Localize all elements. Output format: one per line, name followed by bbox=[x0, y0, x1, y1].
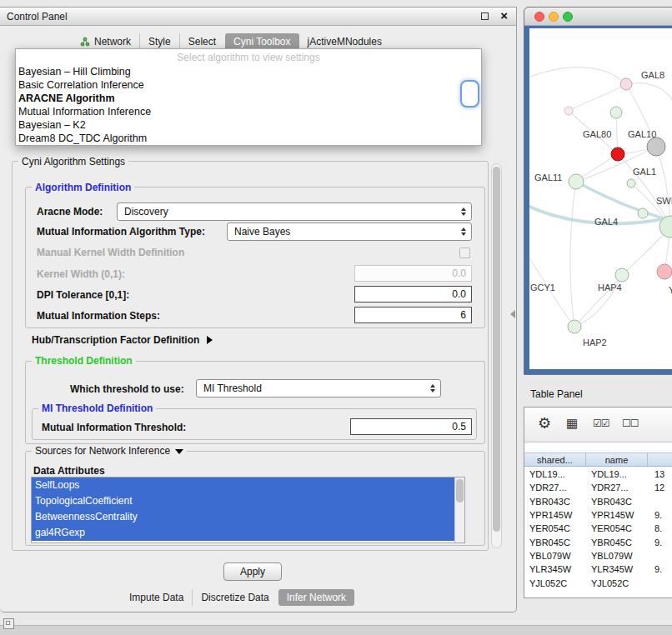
column-header-clipped[interactable] bbox=[648, 453, 672, 466]
table-row[interactable]: YBL079W YBL079W bbox=[524, 549, 672, 562]
columns-icon[interactable]: ▦ bbox=[566, 416, 578, 431]
network-node-gal1[interactable] bbox=[627, 179, 635, 188]
hub-definition-toggle[interactable]: Hub/Transcription Factor Definition bbox=[32, 334, 213, 346]
mi-threshold-field[interactable]: 0.5 bbox=[350, 418, 472, 435]
close-icon[interactable]: × bbox=[500, 8, 508, 22]
tab-impute-data[interactable]: Impute Data bbox=[121, 589, 192, 606]
dropdown-item-basic-correlation[interactable]: Basic Correlation Inference bbox=[16, 78, 481, 92]
network-node-pink[interactable] bbox=[657, 264, 672, 279]
sources-title-text: Sources for Network Inference bbox=[35, 445, 170, 457]
table-cell: YDL19... bbox=[524, 469, 586, 479]
which-threshold-label: Which threshold to use: bbox=[70, 383, 184, 395]
network-node[interactable] bbox=[638, 208, 648, 218]
threshold-definition-title: Threshold Definition bbox=[32, 355, 136, 367]
dropdown-item-bayesian-hill-climbing[interactable]: Bayesian – Hill Climbing bbox=[16, 65, 481, 78]
data-attributes-list[interactable]: SelfLoops TopologicalCoefficient Between… bbox=[31, 477, 465, 543]
table-cell: YBL079W bbox=[586, 551, 648, 561]
minimize-traffic-light-icon[interactable] bbox=[549, 12, 559, 22]
attribute-list-scrollbar-thumb[interactable] bbox=[456, 479, 464, 502]
float-window-icon[interactable] bbox=[481, 12, 489, 20]
tab-network[interactable]: Network bbox=[72, 33, 139, 50]
table-panel-title: Table Panel bbox=[530, 388, 583, 400]
panel-splitter-handle[interactable] bbox=[510, 310, 515, 318]
table-row[interactable]: YER054C YER054C 8. bbox=[524, 522, 672, 535]
mi-steps-field[interactable]: 6 bbox=[354, 307, 472, 323]
settings-scrollbar-thumb[interactable] bbox=[493, 167, 500, 532]
which-threshold-select[interactable]: MI Threshold bbox=[196, 379, 441, 398]
network-node-hap2[interactable] bbox=[568, 320, 581, 333]
dropdown-placeholder: Select algorithm to view settings bbox=[16, 51, 481, 65]
close-traffic-light-icon[interactable] bbox=[534, 12, 544, 22]
mi-threshold-group-title: MI Threshold Definition bbox=[38, 402, 156, 414]
tab-jactivemnodules[interactable]: jActiveMNodules bbox=[299, 33, 390, 50]
table-cell: YER054C bbox=[524, 523, 586, 533]
tab-infer-network[interactable]: Infer Network bbox=[278, 589, 354, 606]
node-label: GAL80 bbox=[583, 129, 611, 139]
table-cell: YBR043C bbox=[524, 497, 586, 507]
table-cell: 9. bbox=[648, 564, 672, 574]
table-cell: YDR27... bbox=[524, 482, 586, 492]
column-header-shared-name[interactable]: shared... bbox=[524, 453, 586, 466]
network-node[interactable] bbox=[620, 78, 632, 90]
dropdown-item-aracne[interactable]: ARACNE Algorithm bbox=[16, 92, 481, 105]
control-panel-titlebar: Control Panel × bbox=[0, 8, 516, 26]
list-item-betweennesscentrality[interactable]: BetweennessCentrality bbox=[32, 509, 454, 525]
table-row[interactable]: YBR045C YBR045C 9. bbox=[524, 535, 672, 548]
column-header-name[interactable]: name bbox=[586, 453, 648, 466]
mi-type-select[interactable]: Naive Bayes bbox=[227, 222, 472, 241]
tab-label: Discretize Data bbox=[201, 592, 268, 603]
table-row[interactable]: YJL052C YJL052C bbox=[524, 576, 672, 589]
tab-style[interactable]: Style bbox=[139, 33, 179, 50]
network-node-gal11[interactable] bbox=[569, 174, 584, 189]
list-item-gal4rgexp[interactable]: gal4RGexp bbox=[32, 525, 454, 541]
apply-button[interactable]: Apply bbox=[223, 562, 282, 581]
network-nodes[interactable] bbox=[564, 78, 672, 333]
table-cell: 9. bbox=[648, 538, 672, 548]
mi-steps-label: Mutual Information Steps: bbox=[37, 310, 160, 322]
tab-select[interactable]: Select bbox=[179, 33, 224, 50]
zoom-traffic-light-icon[interactable] bbox=[563, 12, 573, 22]
sources-group-title[interactable]: Sources for Network Inference bbox=[32, 445, 187, 457]
network-node[interactable] bbox=[564, 107, 573, 115]
combo-stepper-icon bbox=[430, 380, 435, 397]
dropdown-item-mutual-information[interactable]: Mutual Information Inference bbox=[16, 105, 481, 118]
tab-discretize-data[interactable]: Discretize Data bbox=[192, 589, 277, 606]
node-label: GCY1 bbox=[530, 282, 555, 292]
aracne-mode-select[interactable]: Discovery bbox=[117, 202, 472, 221]
manual-kernel-label: Manual Kernel Width Definition bbox=[37, 247, 184, 258]
table-cell: YBL079W bbox=[524, 551, 586, 561]
manual-kernel-checkbox[interactable] bbox=[459, 248, 470, 258]
network-node[interactable] bbox=[610, 107, 622, 118]
table-cell: YPR145W bbox=[524, 510, 586, 520]
list-item-selfloops[interactable]: SelfLoops bbox=[32, 478, 454, 493]
tab-label: Style bbox=[148, 36, 171, 48]
table-cell: YLR345W bbox=[524, 564, 586, 574]
table-row[interactable]: YBR043C YBR043C bbox=[524, 495, 672, 508]
dpi-tolerance-field[interactable]: 0.0 bbox=[354, 286, 472, 302]
table-row[interactable]: YLR345W YLR345W 9. bbox=[524, 562, 672, 576]
deselect-all-icon[interactable]: ☐☐ bbox=[622, 418, 639, 429]
minimized-window-icon[interactable] bbox=[3, 618, 14, 629]
network-node[interactable] bbox=[615, 268, 629, 282]
kernel-width-field[interactable]: 0.0 bbox=[354, 265, 472, 282]
tab-cyni-toolbox[interactable]: Cyni Toolbox bbox=[225, 33, 298, 50]
node-label: GAL8 bbox=[641, 70, 664, 80]
table-cell: 13 bbox=[648, 469, 672, 479]
table-row[interactable]: YDR27... YDR27... 12 bbox=[524, 481, 672, 494]
table-row[interactable]: YPR145W YPR145W 9. bbox=[524, 508, 672, 522]
settings-scrollbar[interactable] bbox=[491, 163, 502, 548]
dropdown-item-dream8[interactable]: Dream8 DC_TDC Algorithm bbox=[16, 132, 481, 145]
attribute-list-scrollbar[interactable] bbox=[454, 478, 464, 542]
network-canvas[interactable]: GAL8 GAL80 GAL10 GAL11 GAL1 SWI4 GAL4 GC… bbox=[529, 28, 672, 369]
gear-icon[interactable]: ⚙ bbox=[538, 414, 551, 432]
dropdown-item-bayesian-k2[interactable]: Bayesian – K2 bbox=[16, 118, 481, 132]
node-label: GAL11 bbox=[534, 172, 562, 182]
table-cell: 9. bbox=[648, 510, 672, 520]
help-button[interactable] bbox=[460, 80, 479, 108]
list-item-topologicalcoefficient[interactable]: TopologicalCoefficient bbox=[32, 493, 454, 509]
app-root: Control Panel × Network Style Select bbox=[0, 0, 672, 635]
network-node-gray[interactable] bbox=[647, 138, 665, 156]
table-row[interactable]: YDL19... YDL19... 13 bbox=[524, 468, 672, 481]
select-all-icon[interactable]: ☑☑ bbox=[593, 418, 609, 429]
network-node-gal10-red[interactable] bbox=[611, 148, 624, 161]
